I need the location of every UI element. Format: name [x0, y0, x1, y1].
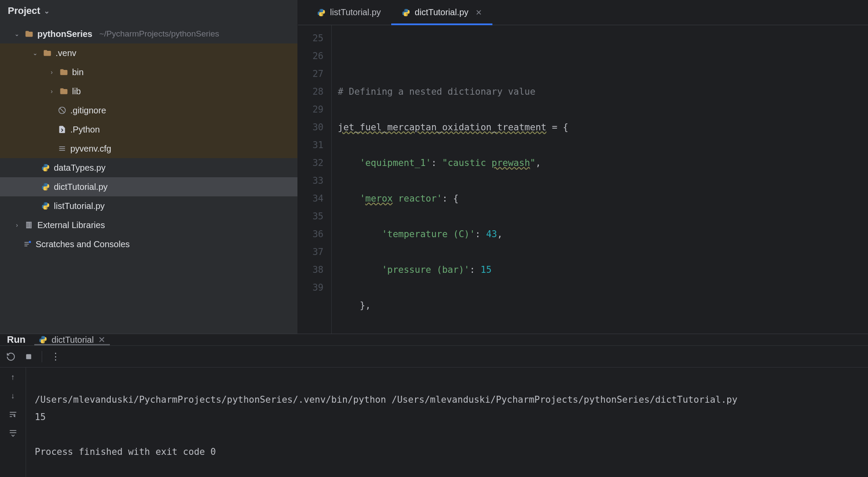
line-number: 38	[298, 261, 323, 279]
scroll-to-end-icon[interactable]	[9, 428, 17, 437]
down-arrow-icon[interactable]: ↓	[11, 391, 15, 401]
line-number: 31	[298, 136, 323, 154]
gutter: 25 26 27 28 29 30 31 32 33 34 35 36 37 3…	[298, 25, 332, 334]
tree-item-gitignore[interactable]: .gitignore	[0, 101, 297, 120]
python-file-icon	[41, 182, 50, 191]
line-number: 28	[298, 83, 323, 101]
folder-icon	[59, 87, 69, 96]
project-panel-header[interactable]: Project ⌄	[0, 0, 297, 22]
ignore-icon	[57, 106, 67, 115]
project-panel-title: Project	[8, 5, 40, 17]
line-number: 33	[298, 172, 323, 190]
tab-listtutorial[interactable]: listTutorial.py	[307, 0, 391, 25]
tree-item-label: .Python	[70, 125, 100, 135]
python-file-icon	[41, 202, 50, 210]
folder-icon	[59, 68, 69, 76]
up-arrow-icon[interactable]: ↑	[11, 373, 15, 382]
line-number: 37	[298, 243, 323, 261]
python-file-icon	[402, 8, 410, 17]
rerun-icon[interactable]	[6, 352, 16, 361]
console-exit: Process finished with exit code 0	[35, 447, 216, 457]
svg-point-11	[29, 241, 31, 243]
line-number: 26	[298, 47, 323, 65]
run-panel: Run dictTutorial ✕ ⋮	[0, 334, 868, 477]
code-content[interactable]: # Defining a nested dictionary value jet…	[332, 25, 868, 334]
tree-item-label: External Libraries	[37, 220, 105, 230]
expand-icon[interactable]: ›	[48, 69, 56, 76]
stop-icon[interactable]	[24, 352, 33, 361]
tree-item-venv[interactable]: ⌄ .venv	[0, 43, 297, 63]
line-number: 25	[298, 30, 323, 47]
line-number: 34	[298, 190, 323, 208]
expand-icon[interactable]: ⌄	[31, 50, 39, 56]
soft-wrap-icon[interactable]	[9, 410, 17, 419]
code-editor[interactable]: 25 26 27 28 29 30 31 32 33 34 35 36 37 3…	[298, 25, 868, 334]
scratches-icon	[23, 240, 32, 248]
line-number: 30	[298, 119, 323, 136]
run-panel-title[interactable]: Run	[7, 334, 26, 345]
libraries-icon	[24, 221, 34, 229]
close-icon[interactable]: ✕	[98, 335, 106, 345]
console-stdout: 15	[35, 412, 46, 422]
run-panel-header: Run dictTutorial ✕	[0, 334, 868, 346]
python-file-icon	[41, 163, 50, 172]
run-tab-label: dictTutorial	[52, 335, 94, 345]
project-panel: Project ⌄ ⌄ pythonSeries ~/PycharmProjec…	[0, 0, 298, 334]
line-number: 32	[298, 154, 323, 172]
tree-item-label: .venv	[56, 48, 76, 58]
tree-item-listtutorial[interactable]: listTutorial.py	[0, 196, 297, 215]
tab-dicttutorial[interactable]: dictTutorial.py ✕	[391, 0, 492, 25]
python-file-icon	[39, 335, 47, 344]
expand-icon[interactable]: ›	[13, 222, 21, 229]
run-toolbar: ⋮	[0, 346, 868, 368]
tree-item-python-symlink[interactable]: .Python	[0, 120, 297, 139]
editor-tabs: listTutorial.py dictTutorial.py ✕	[298, 0, 868, 25]
tree-item-label: dictTutorial.py	[54, 182, 108, 192]
tree-item-label: listTutorial.py	[54, 201, 105, 211]
tree-root-path: ~/PycharmProjects/pythonSeries	[99, 29, 219, 39]
line-number: 27	[298, 65, 323, 83]
run-tab-dicttutorial[interactable]: dictTutorial ✕	[34, 334, 110, 345]
folder-icon	[24, 30, 34, 38]
tree-item-label: pyvenv.cfg	[70, 144, 111, 154]
console-output[interactable]: /Users/mlevanduski/PycharmProjects/pytho…	[26, 368, 868, 477]
console-command: /Users/mlevanduski/PycharmProjects/pytho…	[35, 394, 737, 405]
svg-rect-7	[30, 222, 32, 228]
tree-item-label: Scratches and Consoles	[36, 239, 130, 249]
tree-item-scratches[interactable]: Scratches and Consoles	[0, 235, 297, 254]
python-file-icon	[317, 8, 326, 17]
tree-root[interactable]: ⌄ pythonSeries ~/PycharmProjects/pythonS…	[0, 24, 297, 43]
tree-item-label: dataTypes.py	[54, 163, 106, 173]
more-icon[interactable]: ⋮	[51, 351, 61, 362]
symlink-icon	[57, 125, 67, 134]
expand-icon[interactable]: ⌄	[13, 30, 21, 37]
folder-icon	[43, 49, 52, 57]
tab-label: listTutorial.py	[330, 7, 381, 17]
svg-rect-5	[26, 222, 28, 228]
svg-line-1	[60, 108, 64, 113]
tree-item-lib[interactable]: › lib	[0, 82, 297, 101]
line-number: 35	[298, 208, 323, 225]
svg-rect-6	[28, 222, 30, 228]
config-file-icon	[57, 144, 67, 153]
line-number: 36	[298, 225, 323, 243]
expand-icon[interactable]: ›	[48, 88, 56, 95]
close-icon[interactable]: ✕	[475, 8, 482, 17]
svg-rect-12	[26, 354, 31, 359]
tree-item-pyvenv-cfg[interactable]: pyvenv.cfg	[0, 139, 297, 158]
chevron-down-icon: ⌄	[44, 7, 50, 15]
tree-item-bin[interactable]: › bin	[0, 63, 297, 82]
line-number: 29	[298, 101, 323, 119]
tree-root-label: pythonSeries	[37, 29, 92, 39]
code-comment: # Defining a nested dictionary value	[338, 86, 535, 97]
run-side-toolbar: ↑ ↓	[0, 368, 26, 477]
tab-label: dictTutorial.py	[415, 7, 469, 17]
project-tree: ⌄ pythonSeries ~/PycharmProjects/pythonS…	[0, 22, 297, 256]
line-number: 39	[298, 279, 323, 297]
tree-item-label: .gitignore	[70, 106, 106, 116]
editor-area: listTutorial.py dictTutorial.py ✕ 25 26 …	[298, 0, 868, 334]
tree-item-external-libraries[interactable]: › External Libraries	[0, 215, 297, 235]
tree-item-dicttutorial[interactable]: dictTutorial.py	[0, 177, 297, 196]
tree-item-label: lib	[72, 86, 81, 96]
tree-item-datatypes[interactable]: dataTypes.py	[0, 158, 297, 177]
